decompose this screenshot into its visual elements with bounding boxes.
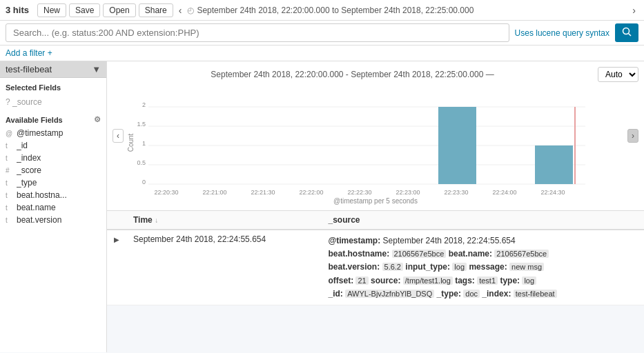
field-name-label: beat.hostna... (17, 190, 101, 200)
svg-text:22:24:00: 22:24:00 (492, 189, 516, 196)
field-name-label: _score (17, 165, 101, 175)
svg-text:0: 0 (142, 179, 146, 185)
field-type-indicator: t (6, 216, 14, 224)
add-filter-link[interactable]: Add a filter + (6, 48, 52, 58)
svg-text:1: 1 (142, 140, 146, 147)
index-selector-arrow-icon: ▼ (92, 64, 101, 74)
svg-text:22:20:30: 22:20:30 (154, 189, 178, 196)
bar-8 (535, 145, 573, 184)
gear-icon[interactable]: ⚙ (94, 115, 101, 124)
svg-text:22:22:00: 22:22:00 (299, 189, 323, 196)
sidebar: test-filebeat ▼ Selected Fields ? _sourc… (0, 61, 107, 352)
sidebar-field-item[interactable]: t_id (0, 139, 106, 152)
expand-row-button[interactable]: ▶ (114, 236, 119, 243)
svg-text:22:23:30: 22:23:30 (444, 189, 468, 196)
lucene-link[interactable]: Uses lucene query syntax (515, 28, 609, 38)
hits-count: 3 hits (6, 5, 29, 15)
search-input[interactable] (6, 23, 509, 42)
chart-title: September 24th 2018, 22:20:00.000 - Sept… (113, 70, 592, 79)
save-button[interactable]: Save (69, 3, 100, 17)
available-fields-title: Available Fields (6, 116, 63, 124)
bar-6 (438, 107, 476, 184)
time-next-button[interactable]: › (630, 3, 638, 17)
svg-text:Count: Count (127, 133, 135, 152)
svg-text:2: 2 (142, 101, 146, 108)
selected-fields-title: Selected Fields (0, 78, 106, 94)
results-table: Time ↓ _source ▶September 24th 2018, 22:… (107, 211, 644, 305)
svg-text:22:23:00: 22:23:00 (396, 189, 420, 196)
sidebar-field-item[interactable]: t_index (0, 152, 106, 164)
fields-list: @@timestampt_idt_index#_scoret_typetbeat… (0, 127, 106, 226)
search-bar: Uses lucene query syntax (0, 21, 644, 46)
field-name-label: beat.name (17, 203, 101, 212)
index-name: test-filebeat (6, 64, 52, 74)
auto-select[interactable]: Auto (598, 67, 638, 82)
available-fields-section: Available Fields ⚙ (0, 110, 106, 127)
expand-col-header (107, 211, 126, 230)
svg-text:22:21:30: 22:21:30 (251, 189, 275, 196)
chart-container: ‹ September 24th 2018, 22:20:00.000 - Se… (107, 61, 644, 211)
field-type-indicator: t (6, 192, 14, 199)
source-col-header: _source (321, 211, 644, 230)
clock-icon: ◴ (187, 6, 194, 15)
sidebar-field-item[interactable]: t_type (0, 176, 106, 189)
sidebar-field-item[interactable]: tbeat.name (0, 201, 106, 214)
field-type-indicator: t (6, 142, 14, 150)
content-area: ‹ September 24th 2018, 22:20:00.000 - Se… (107, 61, 644, 352)
field-name-label: _index (17, 153, 101, 163)
table-row: ▶September 24th 2018, 22:24:55.654 @time… (107, 230, 644, 305)
svg-text:1.5: 1.5 (137, 121, 146, 128)
sidebar-field-item[interactable]: @@timestamp (0, 127, 106, 139)
svg-text:22:21:00: 22:21:00 (202, 189, 226, 196)
svg-text:0.5: 0.5 (137, 159, 146, 166)
chart-prev-button[interactable]: ‹ (113, 129, 124, 143)
table-header-row: Time ↓ _source (107, 211, 644, 230)
field-name-label: _id (17, 141, 101, 150)
field-name-label: _type (17, 178, 101, 188)
time-col-header[interactable]: Time ↓ (126, 211, 321, 230)
table-body: ▶September 24th 2018, 22:24:55.654 @time… (107, 230, 644, 305)
top-bar: 3 hits New Save Open Share ‹ ◴ September… (0, 0, 644, 21)
search-button[interactable] (615, 23, 638, 42)
source-cell: @timestamp: September 24th 2018, 22:24:5… (321, 230, 644, 305)
time-cell: September 24th 2018, 22:24:55.654 (126, 230, 321, 305)
svg-point-0 (623, 28, 630, 34)
time-range: ◴ September 24th 2018, 22:20:00.000 to S… (187, 6, 627, 15)
chart-xlabel: @timestamp per 5 seconds (126, 197, 625, 205)
sidebar-field-item[interactable]: tbeat.hostna... (0, 189, 106, 201)
chart-svg-container: Count 0 0.5 1 1.5 2 (113, 88, 638, 205)
new-button[interactable]: New (37, 3, 66, 17)
share-button[interactable]: Share (139, 3, 173, 17)
selected-field-source: ? _source (0, 94, 106, 110)
search-icon (622, 27, 632, 37)
main-layout: test-filebeat ▼ Selected Fields ? _sourc… (0, 61, 644, 352)
field-type-indicator: @ (6, 130, 14, 137)
svg-text:22:22:30: 22:22:30 (347, 189, 371, 196)
open-button[interactable]: Open (103, 3, 135, 17)
index-selector[interactable]: test-filebeat ▼ (0, 61, 106, 78)
chart-next-button[interactable]: › (627, 129, 638, 143)
time-prev-button[interactable]: ‹ (176, 3, 185, 17)
field-name-label: @timestamp (17, 128, 101, 138)
chart-svg: Count 0 0.5 1 1.5 2 (126, 88, 596, 198)
field-type-indicator: # (6, 167, 14, 174)
chart-header: September 24th 2018, 22:20:00.000 - Sept… (113, 67, 638, 82)
sidebar-field-item[interactable]: tbeat.version (0, 214, 106, 226)
filter-bar: Add a filter + (0, 46, 644, 61)
field-type-indicator: t (6, 179, 14, 187)
sort-arrow-icon: ↓ (155, 216, 158, 224)
time-range-text: September 24th 2018, 22:20:00.000 to Sep… (197, 6, 474, 15)
field-type-indicator: t (6, 154, 14, 162)
svg-line-1 (629, 34, 632, 37)
field-type-indicator: t (6, 204, 14, 212)
sidebar-field-item[interactable]: #_score (0, 164, 106, 176)
expand-cell: ▶ (107, 230, 126, 305)
svg-text:22:24:30: 22:24:30 (540, 189, 565, 196)
field-name-label: beat.version (17, 215, 101, 225)
